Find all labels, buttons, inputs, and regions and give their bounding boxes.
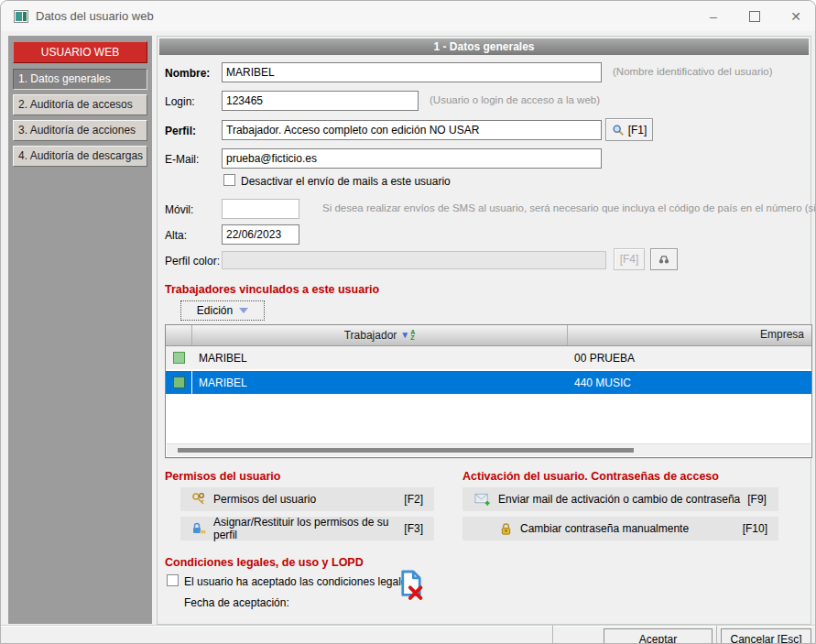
table-row[interactable]: MARIBEL 00 PRUEBA bbox=[166, 346, 811, 371]
movil-input[interactable] bbox=[222, 199, 299, 219]
cell-empresa: 00 PRUEBA bbox=[568, 352, 811, 365]
perfil-input[interactable] bbox=[222, 120, 602, 140]
login-label: Login: bbox=[165, 95, 195, 108]
permisos-usuario-key: [F2] bbox=[404, 493, 423, 506]
close-icon: ✕ bbox=[790, 9, 801, 24]
table-header-row: Trabajador ▼ AZ Empresa bbox=[166, 325, 811, 346]
condiciones-heading: Condiciones legales, de uso y LOPD bbox=[165, 556, 364, 569]
login-hint: (Usuario o login de acceso a la web) bbox=[430, 94, 600, 105]
sidebar-item-auditoria-accesos[interactable]: 2. Auditoría de accesos bbox=[13, 94, 147, 115]
desactivar-mails-checkbox[interactable] bbox=[223, 174, 235, 186]
keys-icon bbox=[191, 492, 206, 507]
chevron-down-icon bbox=[239, 308, 248, 313]
activacion-heading: Activación del usuario. Contraseñas de a… bbox=[462, 470, 719, 483]
table-header-trabajador[interactable]: Trabajador ▼ AZ bbox=[192, 325, 568, 345]
condiciones-label: El usuario ha aceptado las condiciones l… bbox=[184, 575, 413, 588]
cambiar-contrasena-button[interactable]: Cambiar contraseña manualmente [F10] bbox=[462, 517, 778, 540]
desactivar-mails-label: Desactivar el envío de mails a este usua… bbox=[241, 175, 451, 188]
sidebar: USUARIO WEB 1. Datos generales 2. Audito… bbox=[8, 36, 152, 624]
perfil-label: Perfil: bbox=[165, 125, 196, 137]
perfil-color-view-button[interactable] bbox=[650, 248, 678, 270]
condiciones-checkbox[interactable] bbox=[167, 574, 179, 586]
movil-hint: Si desea realizar envíos de SMS al usuar… bbox=[322, 202, 816, 213]
footer-divider bbox=[716, 626, 717, 644]
perfil-lookup-key: [F1] bbox=[628, 124, 647, 136]
worker-status-icon bbox=[173, 352, 185, 364]
perfil-lookup-button[interactable]: [F1] bbox=[605, 118, 653, 141]
mail-plus-icon bbox=[474, 493, 491, 507]
minimize-button[interactable]: – bbox=[698, 5, 729, 27]
cell-trabajador: MARIBEL bbox=[192, 352, 568, 365]
app-window-icon bbox=[14, 10, 28, 23]
email-input[interactable] bbox=[222, 148, 602, 169]
alta-input[interactable] bbox=[222, 224, 299, 245]
permisos-usuario-button[interactable]: Permisos del usuario [F2] bbox=[180, 487, 434, 511]
permisos-usuario-label: Permisos del usuario bbox=[213, 493, 316, 506]
window-title: Datos del usuario web bbox=[36, 9, 154, 23]
close-button[interactable]: ✕ bbox=[780, 5, 811, 27]
asignar-permisos-label: Asignar/Restituir los permisos de su per… bbox=[213, 516, 397, 541]
section-title: 1 - Datos generales bbox=[159, 38, 809, 55]
cambiar-contrasena-key: [F10] bbox=[743, 522, 767, 535]
sidebar-item-datos-generales[interactable]: 1. Datos generales bbox=[13, 69, 147, 90]
document-rejected-icon[interactable] bbox=[397, 569, 425, 602]
search-icon bbox=[612, 124, 625, 136]
aceptar-button[interactable]: Aceptar bbox=[604, 628, 713, 644]
perfil-color-f4-button: [F4] bbox=[614, 248, 645, 270]
email-label: E-Mail: bbox=[165, 153, 199, 166]
maximize-button[interactable] bbox=[739, 5, 770, 27]
login-input[interactable] bbox=[222, 91, 419, 111]
asignar-permisos-button[interactable]: Asignar/Restituir los permisos de su per… bbox=[180, 517, 434, 540]
alta-label: Alta: bbox=[165, 229, 187, 242]
sidebar-header: USUARIO WEB bbox=[13, 41, 147, 63]
nombre-label: Nombre: bbox=[165, 67, 210, 80]
perfil-color-f4-key: [F4] bbox=[620, 253, 639, 266]
lock-key-icon bbox=[191, 521, 206, 536]
enviar-mail-activacion-label: Enviar mail de activación o cambio de co… bbox=[498, 493, 740, 506]
cancelar-button[interactable]: Cancelar [Esc] bbox=[721, 628, 811, 644]
enviar-mail-activacion-button[interactable]: Enviar mail de activación o cambio de co… bbox=[462, 487, 778, 511]
dialog-datos-usuario-web: Datos del usuario web – ✕ USUARIO WEB 1.… bbox=[0, 0, 816, 644]
permisos-heading: Permisos del usuario bbox=[165, 470, 280, 483]
sidebar-item-auditoria-descargas[interactable]: 4. Auditoría de descargas bbox=[13, 146, 147, 167]
cell-empresa: 440 MUSIC bbox=[568, 377, 811, 389]
horizontal-scrollbar[interactable] bbox=[167, 443, 811, 456]
sort-az-icon: ▼ AZ bbox=[400, 330, 415, 341]
trabajador-header-label: Trabajador bbox=[344, 326, 397, 345]
table-header-empresa[interactable]: Empresa bbox=[568, 325, 811, 345]
worker-status-icon bbox=[173, 377, 185, 388]
nombre-hint: (Nombre identificativo del usuario) bbox=[613, 66, 773, 77]
title-bar: Datos del usuario web – ✕ bbox=[1, 1, 815, 31]
fecha-aceptacion-label: Fecha de aceptación: bbox=[184, 596, 289, 609]
footer-bar: Aceptar Cancelar [Esc] bbox=[1, 625, 815, 644]
edicion-label: Edición bbox=[197, 304, 233, 317]
minimize-icon: – bbox=[710, 9, 717, 24]
trabajadores-table: Trabajador ▼ AZ Empresa MARIBEL 00 PRUEB… bbox=[165, 324, 812, 458]
table-row-selected[interactable]: MARIBEL 440 MUSIC bbox=[166, 371, 811, 396]
maximize-icon bbox=[749, 11, 760, 22]
perfil-color-label: Perfil color: bbox=[165, 255, 220, 267]
sidebar-item-auditoria-acciones[interactable]: 3. Auditoría de acciones bbox=[13, 120, 147, 141]
main-panel: 1 - Datos generales Nombre: (Nombre iden… bbox=[157, 36, 811, 625]
nombre-input[interactable] bbox=[222, 62, 602, 82]
enviar-mail-activacion-key: [F9] bbox=[747, 493, 767, 506]
cell-trabajador: MARIBEL bbox=[192, 377, 568, 389]
trabajadores-heading: Trabajadores vinculados a este usuario bbox=[165, 283, 379, 296]
binoculars-icon bbox=[658, 253, 670, 266]
edicion-dropdown-button[interactable]: Edición bbox=[180, 300, 265, 321]
cambiar-contrasena-label: Cambiar contraseña manualmente bbox=[520, 522, 689, 535]
perfil-color-input bbox=[222, 251, 606, 269]
movil-label: Móvil: bbox=[165, 203, 193, 216]
table-header-status[interactable] bbox=[166, 325, 192, 345]
footer-divider bbox=[552, 626, 553, 644]
asignar-permisos-key: [F3] bbox=[404, 522, 423, 535]
padlock-icon bbox=[499, 522, 513, 536]
scrollbar-thumb[interactable] bbox=[178, 448, 634, 453]
